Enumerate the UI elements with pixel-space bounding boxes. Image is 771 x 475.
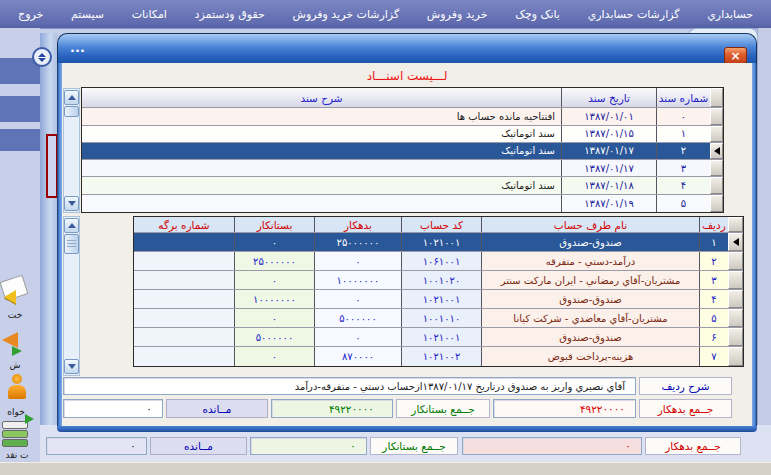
arrow-down-icon <box>68 364 76 369</box>
scroll-thumb[interactable] <box>64 106 79 117</box>
row-selector <box>728 328 743 346</box>
documents-table-header: شماره سند تاريخ سند شرح سند <box>82 88 723 108</box>
menu-item-facilities[interactable]: امکانات <box>132 8 167 21</box>
detail-row[interactable]: ۵مشتريان-آقاي معاضدي - شرکت کيانا۱۰۰۱۰۱۰… <box>134 309 743 328</box>
scroll-up-button[interactable] <box>64 90 79 105</box>
menu-item-buy-sell[interactable]: خريد وفروش <box>427 8 488 21</box>
party-name-cell: مشتريان-آقاي رمضاني - ايران مارکت سنتر <box>481 271 699 289</box>
party-name-cell: صندوق-صندوق <box>481 233 699 251</box>
menu-item-exit[interactable]: خروج <box>18 8 43 21</box>
dialog-frame <box>752 63 757 426</box>
arrow-down-icon <box>68 201 76 206</box>
bg-total-debit-field: ۰ <box>462 437 642 455</box>
detail-row[interactable]: ۱صندوق-صندوق۱۰۲۱۰۰۱۲۵۰۰۰۰۰۰۰ <box>134 233 743 252</box>
dialog-title-bar[interactable]: ... <box>57 33 757 63</box>
col-sheet-number: شماره برگه <box>134 217 234 232</box>
scroll-up-button[interactable] <box>64 218 79 233</box>
menu-item-accounting-reports[interactable]: گزارشات حسابداري <box>588 8 680 21</box>
menu-item-buy-sell-reports[interactable]: گزارشات خريد وفروش <box>292 8 399 21</box>
row-selector <box>728 252 743 270</box>
credit-cell: ۰ <box>234 309 314 327</box>
col-credit: بستانکار <box>234 217 314 232</box>
background-right-edge <box>757 28 771 462</box>
debit-cell: ۱۰۰۰۰۰۰۰ <box>314 271 401 289</box>
document-row[interactable]: ۵۱۳۸۷/۰۱/۱۹ <box>82 195 723 212</box>
doc-date-cell: ۱۳۸۷/۰۱/۱۸ <box>561 177 656 193</box>
petty-cash-toolbar-button[interactable] <box>4 374 30 406</box>
scroll-down-button[interactable] <box>64 359 79 374</box>
background-band <box>0 96 40 122</box>
detail-row[interactable]: ۲درآمد-دستي - متفرقه۱۰۶۱۰۰۱۰۲۵۰۰۰۰۰۰ <box>134 252 743 271</box>
scroll-thumb[interactable] <box>64 234 79 254</box>
col-doc-date: تاريخ سند <box>561 88 656 107</box>
bg-balance-label: مــانده <box>150 437 247 455</box>
party-name-cell: درآمد-دستي - متفرقه <box>481 252 699 270</box>
detail-row[interactable]: ۷هزينه-پرداخت قبوض۱۰۲۱۰۰۲۸۷۰۰۰۰۰ <box>134 347 743 366</box>
party-name-cell: صندوق-صندوق <box>481 328 699 346</box>
debit-cell: ۲۵۰۰۰۰۰۰ <box>314 233 401 251</box>
sheet-number-cell <box>134 233 234 251</box>
doc-date-cell: ۱۳۸۷/۰۱/۱۷ <box>561 160 656 176</box>
scroll-down-button[interactable] <box>64 196 79 211</box>
green-arrow-icon <box>25 414 34 424</box>
credit-cell: ۱۰۰۰۰۰۰۰ <box>234 290 314 308</box>
detail-row[interactable]: ۴صندوق-صندوق۱۰۲۱۰۰۱۰۱۰۰۰۰۰۰۰ <box>134 290 743 309</box>
row-selector <box>728 347 743 366</box>
menu-item-bank-check[interactable]: بانک وچک <box>515 8 560 21</box>
payment-toolbar-button[interactable] <box>2 278 32 308</box>
background-window-frame <box>40 33 57 475</box>
sheet-number-cell <box>134 347 234 366</box>
document-row[interactable]: ۲۱۳۸۷/۰۱/۱۷سند اتوماتيک <box>82 143 723 160</box>
menu-item-system[interactable]: سيستم <box>71 8 104 21</box>
credit-cell: ۰ <box>234 233 314 251</box>
sheet-number-cell <box>134 309 234 327</box>
documents-scrollbar[interactable] <box>63 88 80 213</box>
sale-toolbar-button[interactable] <box>2 332 32 360</box>
row-description-field[interactable]: آقاي نصيري واريز به صندوق درتاريخ ۱۳۸۷/۰… <box>63 377 636 395</box>
balance-field: ۰ <box>63 399 163 418</box>
menu-item-payroll[interactable]: حقوق ودستمزد <box>195 8 265 21</box>
col-debit: بدهکار <box>314 217 401 232</box>
document-row[interactable]: ۴۱۳۸۷/۰۱/۱۸سند اتوماتيک <box>82 177 723 194</box>
account-code-cell: ۱۰۲۱۰۰۱ <box>401 328 481 346</box>
collapse-expand-button[interactable] <box>32 47 52 67</box>
sheet-number-cell <box>134 290 234 308</box>
cash-receipt-toolbar-button[interactable] <box>2 420 32 448</box>
doc-description-cell <box>82 195 561 212</box>
toolbar-label: ش <box>0 360 30 370</box>
doc-number-cell: ۴ <box>656 177 710 193</box>
party-name-cell: صندوق-صندوق <box>481 290 699 308</box>
menu-bar: حسابداري گزارشات حسابداري بانک وچک خريد … <box>0 0 771 28</box>
detail-row[interactable]: ۳مشتريان-آقاي رمضاني - ايران مارکت سنتر۱… <box>134 271 743 290</box>
document-row[interactable]: ۱۱۳۸۷/۰۱/۱۵سند اتوماتيک <box>82 126 723 143</box>
rows-scrollbar[interactable] <box>63 216 80 376</box>
doc-number-cell: ۰ <box>656 108 710 124</box>
account-code-cell: ۱۰۰۱۰۱۰ <box>401 309 481 327</box>
row-selector <box>710 126 723 142</box>
person-icon <box>12 374 22 384</box>
document-row[interactable]: ۳۱۳۸۷/۰۱/۱۷ <box>82 160 723 177</box>
debit-cell: ۰ <box>314 252 401 270</box>
sheet-number-cell <box>134 271 234 289</box>
doc-description-cell: سند اتوماتيک <box>82 126 561 142</box>
detail-row[interactable]: ۶صندوق-صندوق۱۰۲۱۰۰۱۰۵۰۰۰۰۰۰ <box>134 328 743 347</box>
credit-cell: ۰ <box>234 347 314 366</box>
doc-description-cell <box>82 160 561 176</box>
doc-description-cell: افتتاحيه مانده حساب ها <box>82 108 561 124</box>
total-debit-field: ۴۹۲۲۰۰۰۰ <box>493 399 636 418</box>
account-code-cell: ۱۰۶۱۰۰۱ <box>401 252 481 270</box>
bg-total-credit-field: ۰ <box>250 437 367 455</box>
debit-cell: ۰ <box>314 328 401 346</box>
rows-table-header: رديف نام طرف حساب کد حساب بدهکار بستانکا… <box>134 217 743 233</box>
document-row[interactable]: ۰۱۳۸۷/۰۱/۰۱افتتاحيه مانده حساب ها <box>82 108 723 125</box>
close-button[interactable]: × <box>724 47 747 64</box>
doc-date-cell: ۱۳۸۷/۰۱/۱۵ <box>561 126 656 142</box>
documents-table: شماره سند تاريخ سند شرح سند ۰۱۳۸۷/۰۱/۰۱ا… <box>81 87 724 213</box>
selected-row-marker-icon <box>733 238 739 246</box>
credit-cell: ۲۵۰۰۰۰۰۰ <box>234 252 314 270</box>
credit-cell: ۰ <box>234 271 314 289</box>
total-debit-label: جــمع بدهکار <box>639 399 732 418</box>
dialog-title: ... <box>70 40 85 55</box>
doc-number-cell: ۲ <box>656 143 710 159</box>
menu-item-accounting[interactable]: حسابداري <box>707 8 753 21</box>
